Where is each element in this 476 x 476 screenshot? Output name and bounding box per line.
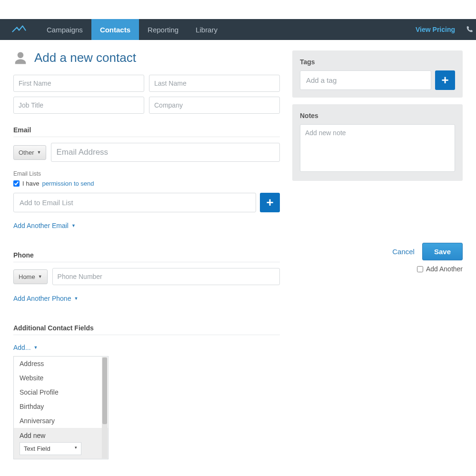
add-another-email-link[interactable]: Add Another Email▼	[13, 222, 76, 229]
form-actions: Cancel Save Add Another	[292, 243, 463, 273]
add-tag-button[interactable]: +	[435, 70, 455, 90]
last-name-field[interactable]	[149, 75, 280, 92]
dropdown-scrollbar[interactable]	[102, 357, 108, 458]
add-another-label: Add Another	[426, 265, 463, 273]
field-option-anniversary[interactable]: Anniversary	[14, 414, 108, 428]
notes-field[interactable]	[300, 124, 455, 172]
add-new-label: Add new	[20, 432, 102, 439]
nav-reporting[interactable]: Reporting	[139, 19, 187, 40]
notes-panel: Notes	[292, 104, 463, 181]
permission-text: I have	[22, 180, 39, 187]
view-pricing-link[interactable]: View Pricing	[405, 19, 466, 40]
email-lists-label: Email Lists	[13, 170, 280, 177]
top-nav-bar: Campaigns Contacts Reporting Library Vie…	[0, 19, 476, 40]
person-icon	[13, 51, 28, 65]
add-tag-field[interactable]	[300, 70, 431, 90]
field-option-social[interactable]: Social Profile	[14, 385, 108, 399]
new-field-type-select[interactable]: Text Field▾	[20, 442, 81, 455]
first-name-field[interactable]	[13, 75, 144, 92]
cancel-button[interactable]: Cancel	[392, 248, 415, 256]
main-nav: Campaigns Contacts Reporting Library	[38, 19, 226, 40]
save-button[interactable]: Save	[422, 243, 463, 260]
field-option-address[interactable]: Address	[14, 357, 108, 371]
job-title-field[interactable]	[13, 97, 144, 114]
phone-type-select[interactable]: Home▼	[13, 269, 48, 284]
email-address-field[interactable]	[51, 143, 280, 162]
nav-library[interactable]: Library	[187, 19, 226, 40]
tags-panel: Tags +	[292, 50, 463, 98]
add-another-phone-link[interactable]: Add Another Phone▼	[13, 295, 78, 302]
caret-down-icon: ▼	[37, 150, 41, 155]
phone-icon[interactable]	[466, 19, 476, 40]
add-new-field-row: Add new Text Field▾	[14, 428, 108, 459]
nav-contacts[interactable]: Contacts	[91, 19, 139, 40]
email-type-select[interactable]: Other▼	[13, 145, 46, 160]
caret-down-icon: ▾	[75, 445, 77, 452]
caret-down-icon: ▼	[71, 223, 76, 228]
page-title: Add a new contact	[13, 50, 280, 65]
caret-down-icon: ▼	[74, 296, 78, 301]
add-email-list-button[interactable]: +	[260, 193, 280, 212]
phone-section-label: Phone	[13, 251, 280, 259]
caret-down-icon: ▼	[38, 274, 42, 279]
email-section-label: Email	[13, 126, 280, 134]
additional-fields-label: Additional Contact Fields	[13, 324, 280, 332]
tags-label: Tags	[300, 58, 455, 66]
phone-number-field[interactable]	[52, 268, 280, 285]
field-option-website[interactable]: Website	[14, 371, 108, 385]
add-field-link[interactable]: Add...▼	[13, 344, 38, 351]
add-email-list-field[interactable]	[13, 193, 256, 212]
plus-icon: +	[266, 195, 273, 210]
company-field[interactable]	[149, 97, 280, 114]
field-option-birthday[interactable]: Birthday	[14, 399, 108, 414]
nav-campaigns[interactable]: Campaigns	[38, 19, 91, 40]
caret-down-icon: ▼	[34, 345, 38, 350]
permission-link[interactable]: permission to send	[42, 180, 94, 187]
permission-checkbox[interactable]	[13, 180, 20, 187]
additional-fields-dropdown: Address Website Social Profile Birthday …	[13, 356, 109, 459]
brand-logo[interactable]	[0, 19, 38, 40]
page-title-text: Add a new contact	[34, 50, 136, 65]
plus-icon: +	[441, 73, 448, 88]
notes-label: Notes	[300, 112, 455, 119]
add-another-checkbox[interactable]	[417, 266, 423, 272]
